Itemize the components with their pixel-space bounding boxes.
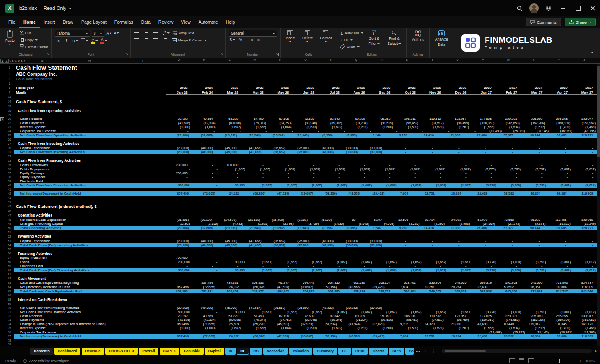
- cell[interactable]: [572, 247, 597, 251]
- autosum-button[interactable]: ΣAutoSum: [340, 30, 363, 36]
- cell[interactable]: (1,667): [249, 268, 274, 272]
- cell[interactable]: (45,000): [215, 306, 239, 310]
- cell[interactable]: [166, 196, 192, 200]
- cell[interactable]: -: [490, 146, 517, 150]
- menu-tab-formulas[interactable]: Formulas: [111, 16, 137, 28]
- cell[interactable]: -: [242, 175, 268, 179]
- cell[interactable]: 2027: [572, 85, 597, 90]
- row-number[interactable]: 47: [5, 213, 14, 218]
- cell[interactable]: [546, 276, 572, 281]
- cell[interactable]: 57,372: [491, 226, 518, 230]
- row-label-cell[interactable]: Cash Flow from Investing Activities: [14, 141, 166, 146]
- row-label-cell[interactable]: Interest on Cash Breakdown: [14, 297, 166, 302]
- cell[interactable]: Jul-26: [318, 90, 344, 95]
- cell[interactable]: 57,372: [491, 133, 518, 138]
- cell[interactable]: -: [453, 129, 479, 133]
- cell[interactable]: [318, 234, 344, 239]
- row-number[interactable]: 73: [5, 318, 14, 322]
- cell[interactable]: (1,667): [347, 167, 372, 171]
- cell[interactable]: (1,567): [445, 125, 471, 129]
- cell[interactable]: 536,304: [394, 289, 420, 293]
- cell[interactable]: [470, 276, 496, 281]
- row-number[interactable]: 35: [5, 163, 14, 167]
- cell[interactable]: -: [437, 306, 464, 310]
- cell[interactable]: (1,667): [373, 260, 398, 264]
- cell[interactable]: Feb-26: [192, 90, 217, 95]
- cell[interactable]: (22,504): [166, 133, 190, 138]
- cell[interactable]: [192, 251, 217, 256]
- cell[interactable]: 229,881: [496, 314, 521, 318]
- cell[interactable]: (1,534): [496, 326, 521, 330]
- cell[interactable]: [318, 64, 344, 71]
- cell[interactable]: (1,667): [398, 268, 423, 272]
- cell[interactable]: [293, 104, 319, 108]
- zoom-level[interactable]: 100%: [585, 359, 595, 363]
- cell[interactable]: (3,801): [547, 183, 572, 188]
- row-number[interactable]: 68: [5, 297, 14, 302]
- cell[interactable]: (26,667): [263, 146, 287, 150]
- cell[interactable]: [318, 113, 344, 117]
- cell[interactable]: [217, 77, 242, 82]
- cell[interactable]: 601,680: [318, 289, 344, 293]
- cell[interactable]: 549,055: [445, 281, 471, 285]
- row-label-cell[interactable]: Cash and Cash Equivalents Beginning: [14, 281, 166, 285]
- cell[interactable]: [217, 204, 242, 209]
- cell[interactable]: Oct-26: [394, 90, 420, 95]
- cell[interactable]: [496, 251, 521, 256]
- italic-button[interactable]: I: [63, 38, 70, 44]
- cell[interactable]: (24,578): [214, 218, 237, 222]
- cell[interactable]: [572, 77, 597, 82]
- cell[interactable]: [496, 209, 521, 213]
- cell[interactable]: 96,685: [544, 133, 571, 138]
- cell[interactable]: [268, 158, 293, 163]
- cell[interactable]: (83,946): [293, 318, 319, 322]
- cell[interactable]: (72,665): [193, 285, 216, 289]
- row-label-cell[interactable]: Total Cash and Cash Equivalents End: [14, 289, 166, 293]
- row-label-cell[interactable]: Debts Repayments: [14, 167, 166, 171]
- cell[interactable]: 96,023: [518, 218, 544, 222]
- cell[interactable]: 20,192: [166, 117, 192, 121]
- cell[interactable]: 86,354: [518, 285, 544, 289]
- cut-button[interactable]: Cut: [20, 30, 48, 36]
- cell[interactable]: (1,600): [369, 125, 395, 129]
- cell[interactable]: [293, 200, 319, 204]
- cell[interactable]: 89,289: [344, 314, 369, 318]
- cell[interactable]: 24,022: [216, 191, 243, 196]
- cell[interactable]: -: [166, 281, 192, 285]
- cell[interactable]: (3,793): [269, 222, 294, 226]
- cell[interactable]: [369, 230, 395, 234]
- cell[interactable]: [293, 95, 319, 99]
- cell[interactable]: (38,333): [335, 146, 359, 150]
- cell[interactable]: [572, 113, 597, 117]
- cell[interactable]: (1,611): [344, 326, 369, 330]
- sheet-tab-roic[interactable]: ROIC: [352, 348, 368, 355]
- cell[interactable]: 95,363: [369, 314, 395, 318]
- cell[interactable]: (2,993): [446, 222, 471, 226]
- cell[interactable]: [217, 158, 242, 163]
- cell[interactable]: [394, 95, 420, 99]
- cell[interactable]: 80,448: [491, 322, 518, 326]
- cell[interactable]: -: [369, 264, 395, 268]
- cell[interactable]: (29,423): [362, 334, 385, 339]
- cell[interactable]: (72,665): [193, 191, 216, 196]
- cell[interactable]: [268, 141, 293, 146]
- column-header-R[interactable]: R: [369, 58, 395, 63]
- cell[interactable]: [394, 113, 420, 117]
- cell[interactable]: (43,556): [338, 334, 362, 339]
- cell[interactable]: Aug-26: [344, 90, 369, 95]
- cell[interactable]: (25,000): [287, 239, 311, 243]
- cell[interactable]: Jan-26: [166, 90, 192, 95]
- cell[interactable]: 731,903: [546, 281, 572, 285]
- cell[interactable]: [242, 247, 268, 251]
- cell[interactable]: (47,535): [267, 334, 291, 339]
- cell[interactable]: [217, 200, 242, 204]
- cell[interactable]: [470, 342, 496, 346]
- cell[interactable]: [293, 272, 319, 276]
- cell[interactable]: (8,156): [310, 226, 334, 230]
- cell[interactable]: -: [543, 306, 570, 310]
- cell[interactable]: [546, 339, 572, 342]
- cell[interactable]: (25,322): [503, 330, 526, 334]
- cell[interactable]: [546, 64, 572, 71]
- cell[interactable]: 72,639: [293, 314, 319, 318]
- cell[interactable]: 295,255: [546, 314, 572, 318]
